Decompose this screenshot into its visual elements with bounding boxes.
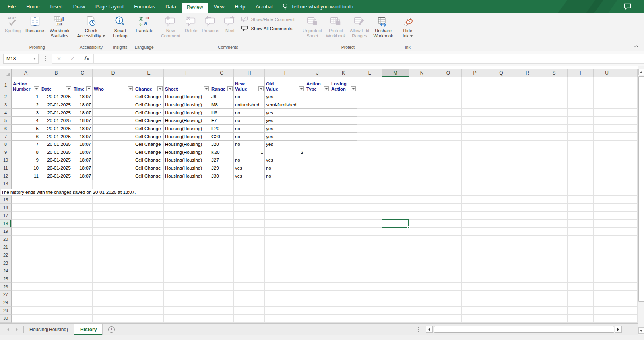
grid-cell[interactable]: yes xyxy=(265,156,305,164)
grid-cell[interactable] xyxy=(462,283,488,291)
grid-cell[interactable] xyxy=(330,196,357,204)
grid-cell[interactable] xyxy=(93,267,134,275)
grid-cell[interactable]: 20-01-2025 xyxy=(40,117,72,125)
grid-cell[interactable] xyxy=(514,267,541,275)
grid-cell[interactable] xyxy=(357,299,382,307)
grid-cell[interactable] xyxy=(409,77,435,93)
grid-cell[interactable] xyxy=(541,275,568,283)
grid-cell[interactable] xyxy=(357,315,382,323)
grid-cell[interactable] xyxy=(620,259,638,267)
grid-cell[interactable] xyxy=(541,220,568,228)
grid-cell[interactable] xyxy=(594,101,620,109)
grid-cell[interactable] xyxy=(93,236,134,244)
grid-cell[interactable] xyxy=(210,243,234,251)
grid-cell[interactable] xyxy=(93,283,134,291)
translate-button[interactable]: aTranslate xyxy=(133,14,155,33)
grid-cell[interactable] xyxy=(93,315,134,323)
grid-cell[interactable]: Change xyxy=(134,77,164,93)
grid-cell[interactable]: 20-01-2025 xyxy=(40,172,72,180)
grid-cell[interactable] xyxy=(265,283,305,291)
grid-cell[interactable] xyxy=(164,275,210,283)
grid-cell[interactable] xyxy=(594,117,620,125)
select-all-corner[interactable] xyxy=(0,69,12,77)
grid-cell[interactable] xyxy=(620,164,638,172)
row-header-25[interactable]: 25 xyxy=(0,275,12,283)
grid-cell[interactable]: 8 xyxy=(12,148,40,156)
grid-cell[interactable] xyxy=(541,299,568,307)
grid-cell[interactable] xyxy=(305,117,330,125)
row-header-26[interactable]: 26 xyxy=(0,283,12,291)
grid-cell[interactable] xyxy=(305,180,330,188)
grid-cell[interactable] xyxy=(541,101,568,109)
grid-cell[interactable] xyxy=(72,299,93,307)
grid-cell[interactable] xyxy=(488,315,514,323)
grid-cell[interactable] xyxy=(210,299,234,307)
grid-cell[interactable] xyxy=(594,125,620,133)
grid-cell[interactable] xyxy=(594,283,620,291)
grid-cell[interactable] xyxy=(620,133,638,141)
menu-tab-view[interactable]: View xyxy=(208,0,230,13)
grid-cell[interactable] xyxy=(330,291,357,299)
grid-cell[interactable]: New Value xyxy=(234,77,265,93)
collapse-ribbon-button[interactable] xyxy=(634,42,638,49)
grid-cell[interactable] xyxy=(435,259,462,267)
grid-cell[interactable] xyxy=(305,204,330,212)
grid-cell[interactable] xyxy=(357,133,382,141)
grid-cell[interactable]: Housing(Housing) xyxy=(164,101,210,109)
grid-cell[interactable] xyxy=(330,228,357,236)
grid-cell[interactable] xyxy=(93,109,134,117)
check-accessibility-button[interactable]: CheckAccessibility xyxy=(75,14,107,38)
grid-cell[interactable] xyxy=(305,243,330,251)
grid-cell[interactable] xyxy=(330,172,357,180)
grid-cell[interactable] xyxy=(164,299,210,307)
grid-cell[interactable]: 18:07 xyxy=(72,172,93,180)
grid-cell[interactable] xyxy=(462,307,488,315)
row-header-19[interactable]: 19 xyxy=(0,228,12,236)
hide-ink-button[interactable]: HideInk xyxy=(399,14,417,38)
grid-cell[interactable]: Housing(Housing) xyxy=(164,133,210,141)
grid-cell[interactable] xyxy=(134,299,164,307)
menu-tab-review[interactable]: Review xyxy=(182,3,208,13)
vertical-scrollbar-thumb[interactable] xyxy=(638,76,644,302)
row-header-24[interactable]: 24 xyxy=(0,267,12,275)
grid-cell[interactable] xyxy=(409,299,435,307)
grid-cell[interactable] xyxy=(357,228,382,236)
menu-tab-draw[interactable]: Draw xyxy=(68,0,90,13)
grid-cell[interactable] xyxy=(134,220,164,228)
grid-cell[interactable] xyxy=(210,228,234,236)
unshare-workbook-button[interactable]: UnshareWorkbook xyxy=(371,14,395,38)
grid-cell[interactable] xyxy=(12,275,40,283)
grid-cell[interactable] xyxy=(305,148,330,156)
grid-cell[interactable] xyxy=(568,307,594,315)
grid-cell[interactable] xyxy=(462,291,488,299)
grid-cell[interactable] xyxy=(305,172,330,180)
grid-cell[interactable] xyxy=(435,236,462,244)
grid-cell[interactable] xyxy=(330,251,357,259)
grid-cell[interactable] xyxy=(620,125,638,133)
row-header-5[interactable]: 5 xyxy=(0,117,12,125)
grid-cell[interactable] xyxy=(357,172,382,180)
grid-cell[interactable] xyxy=(541,315,568,323)
grid-cell[interactable] xyxy=(305,299,330,307)
grid-cell[interactable]: no xyxy=(234,133,265,141)
grid-cell[interactable] xyxy=(382,243,409,251)
row-header-22[interactable]: 22 xyxy=(0,251,12,259)
column-header-P[interactable]: P xyxy=(462,69,488,77)
grid-cell[interactable] xyxy=(210,291,234,299)
filter-dropdown-icon[interactable] xyxy=(86,86,91,91)
vertical-scrollbar[interactable] xyxy=(638,66,644,335)
grid-cell[interactable] xyxy=(620,220,638,228)
grid-cell[interactable] xyxy=(382,228,409,236)
grid-cell[interactable]: Cell Change xyxy=(134,109,164,117)
grid-cell[interactable] xyxy=(541,180,568,188)
grid-cell[interactable] xyxy=(462,141,488,149)
grid-cell[interactable] xyxy=(568,267,594,275)
grid-cell[interactable] xyxy=(382,315,409,323)
grid-cell[interactable] xyxy=(514,307,541,315)
grid-cell[interactable] xyxy=(305,164,330,172)
name-box-dropdown-icon[interactable] xyxy=(33,58,36,60)
grid-cell[interactable] xyxy=(409,141,435,149)
grid-cell[interactable]: 1 xyxy=(234,148,265,156)
grid-cell[interactable] xyxy=(488,251,514,259)
grid-cell[interactable]: Cell Change xyxy=(134,156,164,164)
